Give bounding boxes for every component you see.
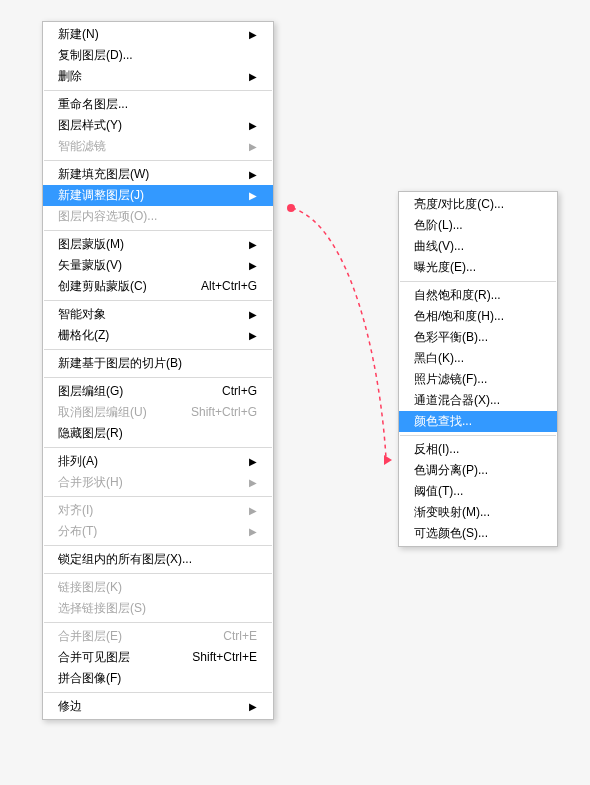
layer-menu-item[interactable]: 锁定组内的所有图层(X)... [43,549,273,570]
layer-menu-separator [44,377,272,378]
menu-item-label: 阈值(T)... [414,484,463,499]
submenu-arrow-icon: ▶ [249,457,257,467]
layer-menu-item: 分布(T)▶ [43,521,273,542]
layer-menu-item: 合并图层(E)Ctrl+E [43,626,273,647]
adjustment-submenu-item[interactable]: 曲线(V)... [399,236,557,257]
menu-item-label: 智能对象 [58,307,106,322]
menu-item-label: 亮度/对比度(C)... [414,197,504,212]
submenu-arrow-icon: ▶ [249,240,257,250]
menu-item-shortcut: Shift+Ctrl+E [192,650,257,665]
layer-menu-item[interactable]: 新建(N)▶ [43,24,273,45]
adjustment-submenu-item[interactable]: 色相/饱和度(H)... [399,306,557,327]
submenu-arrow-icon: ▶ [249,191,257,201]
menu-item-label: 修边 [58,699,82,714]
layer-menu-item: 对齐(I)▶ [43,500,273,521]
adjustment-submenu-item[interactable]: 黑白(K)... [399,348,557,369]
layer-menu-item[interactable]: 图层编组(G)Ctrl+G [43,381,273,402]
layer-menu-item[interactable]: 复制图层(D)... [43,45,273,66]
layer-menu-item: 合并形状(H)▶ [43,472,273,493]
layer-menu-item: 图层内容选项(O)... [43,206,273,227]
layer-menu-separator [44,160,272,161]
adjustment-submenu-item[interactable]: 色彩平衡(B)... [399,327,557,348]
menu-item-label: 曝光度(E)... [414,260,476,275]
menu-item-label: 链接图层(K) [58,580,122,595]
menu-item-label: 删除 [58,69,82,84]
adjustment-submenu-item[interactable]: 阈值(T)... [399,481,557,502]
menu-item-label: 重命名图层... [58,97,128,112]
layer-menu-item[interactable]: 图层样式(Y)▶ [43,115,273,136]
layer-menu-item[interactable]: 修边▶ [43,696,273,717]
layer-menu-separator [44,300,272,301]
layer-menu-separator [44,496,272,497]
menu-item-label: 自然饱和度(R)... [414,288,501,303]
adjustment-submenu-item[interactable]: 自然饱和度(R)... [399,285,557,306]
menu-item-label: 新建基于图层的切片(B) [58,356,182,371]
adjustment-submenu-item[interactable]: 可选颜色(S)... [399,523,557,544]
submenu-arrow-icon: ▶ [249,331,257,341]
menu-item-label: 反相(I)... [414,442,459,457]
adjustment-submenu-item[interactable]: 色阶(L)... [399,215,557,236]
layer-menu-item[interactable]: 合并可见图层Shift+Ctrl+E [43,647,273,668]
layer-menu-separator [44,90,272,91]
layer-menu-item[interactable]: 图层蒙版(M)▶ [43,234,273,255]
adjustment-submenu-item[interactable]: 曝光度(E)... [399,257,557,278]
layer-menu-item[interactable]: 新建调整图层(J)▶ [43,185,273,206]
menu-item-label: 合并图层(E) [58,629,122,644]
new-adjustment-layer-submenu: 亮度/对比度(C)...色阶(L)...曲线(V)...曝光度(E)...自然饱… [398,191,558,547]
layer-menu-separator [44,622,272,623]
layer-menu-separator [44,230,272,231]
layer-menu-item[interactable]: 新建基于图层的切片(B) [43,353,273,374]
menu-item-label: 图层样式(Y) [58,118,122,133]
menu-item-label: 图层蒙版(M) [58,237,124,252]
menu-item-shortcut: Ctrl+E [223,629,257,644]
menu-item-label: 新建填充图层(W) [58,167,149,182]
layer-menu-item: 取消图层编组(U)Shift+Ctrl+G [43,402,273,423]
layer-menu-item[interactable]: 排列(A)▶ [43,451,273,472]
layer-menu-separator [44,545,272,546]
layer-menu-item[interactable]: 矢量蒙版(V)▶ [43,255,273,276]
menu-item-label: 创建剪贴蒙版(C) [58,279,147,294]
layer-menu-item[interactable]: 栅格化(Z)▶ [43,325,273,346]
layer-menu-separator [44,573,272,574]
menu-item-label: 色调分离(P)... [414,463,488,478]
menu-item-label: 图层内容选项(O)... [58,209,157,224]
adjustment-submenu-item[interactable]: 色调分离(P)... [399,460,557,481]
adjustment-submenu-item[interactable]: 反相(I)... [399,439,557,460]
layer-menu-item: 链接图层(K) [43,577,273,598]
layer-menu-item[interactable]: 拼合图像(F) [43,668,273,689]
menu-item-label: 分布(T) [58,524,97,539]
menu-item-label: 新建(N) [58,27,99,42]
adjustment-submenu-item[interactable]: 照片滤镜(F)... [399,369,557,390]
menu-item-label: 合并形状(H) [58,475,123,490]
adjustment-submenu-item[interactable]: 亮度/对比度(C)... [399,194,557,215]
layer-menu-item: 智能滤镜▶ [43,136,273,157]
submenu-arrow-icon: ▶ [249,506,257,516]
menu-item-label: 选择链接图层(S) [58,601,146,616]
submenu-arrow-icon: ▶ [249,170,257,180]
menu-item-shortcut: Ctrl+G [222,384,257,399]
menu-item-label: 合并可见图层 [58,650,130,665]
submenu-arrow-icon: ▶ [249,72,257,82]
connector-end-arrow [384,455,392,465]
adjustment-submenu-item[interactable]: 颜色查找... [399,411,557,432]
layer-menu-item[interactable]: 重命名图层... [43,94,273,115]
layer-menu-item[interactable]: 创建剪贴蒙版(C)Alt+Ctrl+G [43,276,273,297]
adjustment-submenu-item[interactable]: 通道混合器(X)... [399,390,557,411]
submenu-arrow-icon: ▶ [249,527,257,537]
submenu-arrow-icon: ▶ [249,310,257,320]
layer-menu-item: 选择链接图层(S) [43,598,273,619]
submenu-arrow-icon: ▶ [249,478,257,488]
menu-item-label: 栅格化(Z) [58,328,109,343]
layer-menu-item[interactable]: 智能对象▶ [43,304,273,325]
adjustment-submenu-item[interactable]: 渐变映射(M)... [399,502,557,523]
menu-item-label: 锁定组内的所有图层(X)... [58,552,192,567]
layer-menu-item[interactable]: 隐藏图层(R) [43,423,273,444]
layer-menu-separator [44,349,272,350]
menu-item-shortcut: Shift+Ctrl+G [191,405,257,420]
layer-menu-item[interactable]: 新建填充图层(W)▶ [43,164,273,185]
menu-item-label: 拼合图像(F) [58,671,121,686]
menu-item-label: 排列(A) [58,454,98,469]
menu-item-shortcut: Alt+Ctrl+G [201,279,257,294]
menu-item-label: 颜色查找... [414,414,472,429]
layer-menu-item[interactable]: 删除▶ [43,66,273,87]
